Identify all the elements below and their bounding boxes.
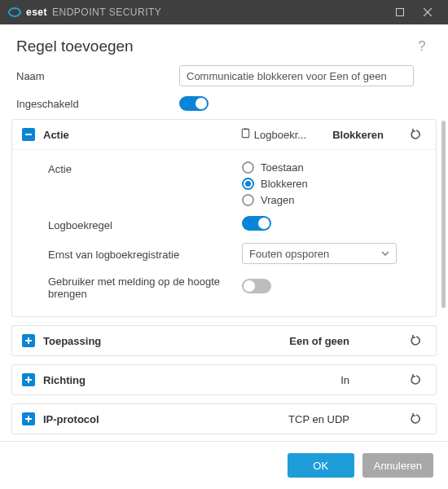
brand-eset: eset [26, 7, 47, 18]
section-ip-protocol-header[interactable]: IP-protocol TCP en UDP [12, 404, 436, 434]
section-direction-reset-button[interactable] [406, 373, 426, 386]
page-header: Regel toevoegen ? [0, 24, 448, 60]
section-direction-header[interactable]: Richting In [12, 365, 436, 394]
section-direction-summary: In [340, 374, 349, 386]
eset-logo-icon [8, 6, 21, 19]
severity-row: Ernst van logboekregistratie Fouten opsp… [12, 238, 436, 269]
name-input[interactable] [179, 65, 414, 86]
radio-icon [242, 178, 254, 190]
expand-icon [22, 373, 35, 386]
action-option-block[interactable]: Blokkeren [242, 178, 423, 190]
notify-row: Gebruiker met melding op de hoogte breng… [12, 269, 436, 305]
footer: OK Annuleren [0, 441, 448, 489]
cancel-button[interactable]: Annuleren [362, 453, 433, 478]
clipboard-icon [240, 128, 251, 141]
notify-toggle[interactable] [242, 279, 271, 293]
radio-label: Toestaan [261, 161, 304, 174]
section-application: Toepassing Een of geen [11, 325, 437, 356]
svg-rect-10 [28, 377, 29, 383]
action-radio-row: Actie Toestaan Blokkeren Vragen [12, 156, 436, 211]
enabled-row: Ingeschakeld [0, 91, 448, 116]
section-ip-protocol-summary: TCP en UDP [288, 413, 349, 425]
scrollbar[interactable] [441, 121, 446, 436]
section-action-log-summary: Logboekr... [240, 128, 306, 141]
expand-icon [22, 412, 35, 425]
svg-rect-5 [242, 129, 248, 137]
titlebar: eset ENDPOINT SECURITY [0, 0, 448, 24]
brand-product: ENDPOINT SECURITY [52, 7, 161, 18]
svg-rect-8 [28, 337, 29, 344]
severity-value: Fouten opsporen [249, 248, 329, 260]
section-action-log-label: Logboekr... [254, 129, 306, 141]
expand-icon [22, 334, 35, 347]
log-rule-toggle[interactable] [242, 216, 271, 231]
severity-select[interactable]: Fouten opsporen [242, 243, 397, 264]
svg-rect-4 [25, 134, 32, 135]
section-direction: Richting In [11, 364, 437, 395]
notify-label: Gebruiker met melding op de hoogte breng… [48, 274, 242, 300]
svg-rect-1 [397, 9, 404, 16]
section-application-title: Toepassing [43, 335, 101, 347]
severity-label: Ernst van logboekregistratie [48, 247, 242, 261]
chevron-down-icon [381, 248, 389, 260]
brand: eset ENDPOINT SECURITY [8, 6, 161, 19]
log-rule-row: Logboekregel [12, 211, 436, 238]
name-row: Naam [0, 60, 448, 91]
page-title: Regel toevoegen [16, 37, 134, 55]
scrollbar-thumb[interactable] [441, 121, 446, 308]
action-option-allow[interactable]: Toestaan [242, 161, 423, 174]
section-action-summary: Blokkeren [332, 129, 384, 141]
enabled-label: Ingeschakeld [16, 98, 179, 110]
section-ip-protocol: IP-protocol TCP en UDP [11, 403, 437, 434]
section-action: Actie Logboekr... Blokkeren Actie To [11, 119, 437, 317]
section-action-header[interactable]: Actie Logboekr... Blokkeren [12, 120, 436, 149]
section-action-reset-button[interactable] [406, 128, 426, 141]
name-label: Naam [16, 70, 179, 82]
svg-rect-12 [28, 416, 29, 422]
section-application-summary: Een of geen [289, 335, 349, 347]
section-action-title: Actie [43, 129, 69, 141]
radio-icon [242, 161, 254, 174]
action-radio-group: Toestaan Blokkeren Vragen [242, 161, 423, 206]
radio-icon [242, 194, 254, 206]
window-close-button[interactable] [414, 0, 441, 24]
section-ip-protocol-reset-button[interactable] [406, 412, 426, 425]
svg-rect-6 [244, 128, 247, 130]
svg-point-0 [9, 8, 20, 16]
collapse-icon [22, 128, 35, 141]
section-direction-title: Richting [43, 374, 86, 386]
ok-button[interactable]: OK [288, 453, 354, 478]
radio-label: Vragen [261, 194, 294, 206]
section-action-body: Actie Toestaan Blokkeren Vragen [12, 149, 436, 316]
log-rule-label: Logboekregel [48, 218, 242, 231]
section-application-header[interactable]: Toepassing Een of geen [12, 326, 436, 355]
radio-label: Blokkeren [261, 178, 308, 190]
content-scroll-area: Actie Logboekr... Blokkeren Actie To [0, 116, 448, 441]
action-option-ask[interactable]: Vragen [242, 194, 423, 206]
help-button[interactable]: ? [412, 38, 432, 55]
window-maximize-button[interactable] [386, 0, 414, 24]
enabled-toggle[interactable] [179, 96, 209, 111]
section-application-reset-button[interactable] [406, 334, 426, 347]
section-ip-protocol-title: IP-protocol [43, 413, 99, 425]
action-radio-label: Actie [48, 161, 242, 175]
